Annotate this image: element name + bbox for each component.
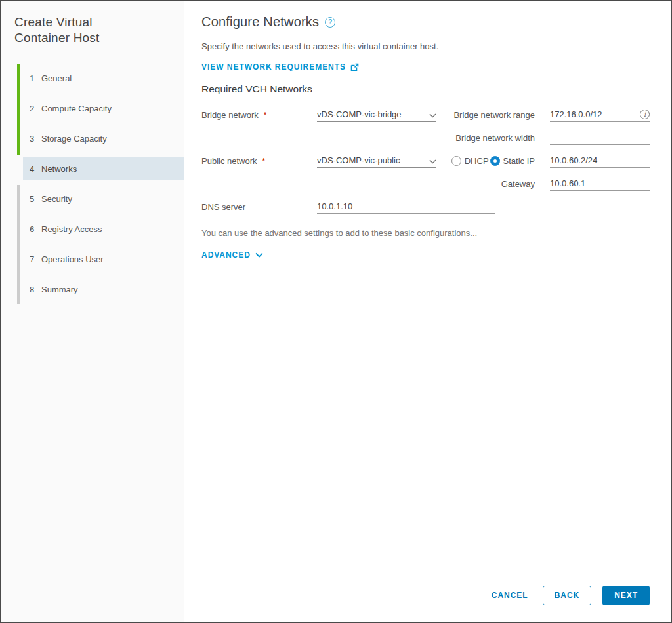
wizard-title: Create Virtual Container Host (14, 14, 139, 46)
chevron-down-icon (429, 159, 436, 164)
sidebar-step-summary[interactable]: 8 Summary (17, 274, 184, 304)
dhcp-radio-label[interactable]: DHCP (465, 156, 489, 166)
required-vch-networks-heading: Required VCH Networks (201, 83, 650, 95)
dns-server-input[interactable]: 10.0.1.10 (317, 199, 495, 214)
step-number: 7 (30, 254, 39, 264)
completed-steps-bar (17, 64, 20, 155)
step-number: 2 (30, 104, 39, 113)
info-icon[interactable]: i (640, 110, 650, 119)
step-label: Security (41, 194, 72, 204)
step-number: 5 (30, 194, 39, 204)
advanced-hint-text: You can use the advanced settings to add… (201, 228, 650, 238)
chevron-down-icon (255, 252, 263, 258)
bridge-network-range-value: 172.16.0.0/12 (550, 110, 602, 119)
wizard-steps-list: 1 General 2 Compute Capacity 3 Storage C… (17, 63, 184, 304)
static-ip-input[interactable]: 10.0.60.2/24 (550, 153, 650, 168)
chevron-down-icon (429, 113, 436, 118)
public-network-value: vDS-COMP-vic-public (317, 155, 400, 165)
bridge-network-select[interactable]: vDS-COMP-vic-bridge (317, 108, 436, 122)
static-ip-radio-label[interactable]: Static IP (503, 156, 535, 166)
step-number: 4 (30, 164, 39, 174)
next-button[interactable]: NEXT (602, 586, 650, 605)
step-number: 3 (30, 134, 39, 144)
step-number: 1 (30, 73, 39, 83)
gateway-value: 10.0.60.1 (550, 178, 585, 188)
sidebar-step-storage-capacity[interactable]: 3 Storage Capacity (17, 123, 184, 153)
step-label: Networks (41, 164, 77, 174)
sidebar-step-networks[interactable]: 4 Networks (23, 157, 184, 180)
step-label: General (41, 73, 72, 83)
step-label: Storage Capacity (41, 134, 107, 144)
ip-mode-radio-group: DHCP Static IP (436, 153, 550, 168)
networks-form: Bridge network* vDS-COMP-vic-bridge Brid… (201, 108, 650, 214)
gateway-input[interactable]: 10.0.60.1 (550, 176, 650, 191)
help-icon[interactable]: ? (325, 17, 335, 28)
public-network-select[interactable]: vDS-COMP-vic-public (317, 153, 436, 168)
required-marker: * (262, 157, 266, 166)
static-ip-value: 10.0.60.2/24 (550, 155, 597, 165)
cancel-button[interactable]: CANCEL (492, 591, 528, 600)
sidebar-step-security[interactable]: 5 Security (17, 184, 184, 214)
page-subtitle: Specify the networks used to access this… (201, 41, 650, 51)
create-vch-wizard-window: Create Virtual Container Host 1 General … (0, 0, 672, 623)
bridge-network-range-input[interactable]: 172.16.0.0/12 i (550, 108, 650, 122)
step-label: Operations User (41, 254, 104, 264)
step-number: 6 (30, 224, 39, 234)
step-label: Registry Access (41, 224, 102, 234)
advanced-toggle[interactable]: ADVANCED (201, 251, 263, 260)
static-ip-radio[interactable] (490, 156, 500, 166)
dns-server-label: DNS server (201, 199, 317, 214)
gateway-label: Gateway (436, 176, 550, 191)
link-label: VIEW NETWORK REQUIREMENTS (201, 62, 346, 71)
bridge-network-width-input[interactable] (550, 131, 650, 145)
required-marker: * (264, 111, 267, 120)
step-number: 8 (30, 285, 39, 294)
sidebar-step-general[interactable]: 1 General (17, 63, 184, 93)
advanced-label: ADVANCED (201, 251, 251, 260)
bridge-network-range-label: Bridge network range (436, 108, 550, 122)
bridge-network-label: Bridge network* (201, 108, 317, 122)
back-button[interactable]: BACK (543, 586, 592, 605)
page-title: Configure Networks (201, 14, 319, 30)
networks-step-panel: Configure Networks ? Specify the network… (184, 1, 671, 622)
sidebar-step-compute-capacity[interactable]: 2 Compute Capacity (17, 93, 184, 123)
wizard-footer: CANCEL BACK NEXT (492, 586, 650, 605)
bridge-network-width-label: Bridge network width (436, 131, 550, 145)
bridge-network-value: vDS-COMP-vic-bridge (317, 110, 402, 119)
public-network-label: Public network* (201, 153, 317, 168)
upcoming-steps-bar (17, 185, 20, 304)
dhcp-radio[interactable] (452, 156, 461, 166)
dns-server-value: 10.0.1.10 (317, 201, 352, 211)
view-network-requirements-link[interactable]: VIEW NETWORK REQUIREMENTS (201, 62, 359, 71)
step-label: Summary (41, 285, 78, 294)
wizard-sidebar: Create Virtual Container Host 1 General … (1, 1, 184, 622)
sidebar-step-operations-user[interactable]: 7 Operations User (17, 244, 184, 274)
sidebar-step-registry-access[interactable]: 6 Registry Access (17, 214, 184, 244)
external-link-icon (350, 63, 359, 71)
step-label: Compute Capacity (41, 104, 112, 113)
